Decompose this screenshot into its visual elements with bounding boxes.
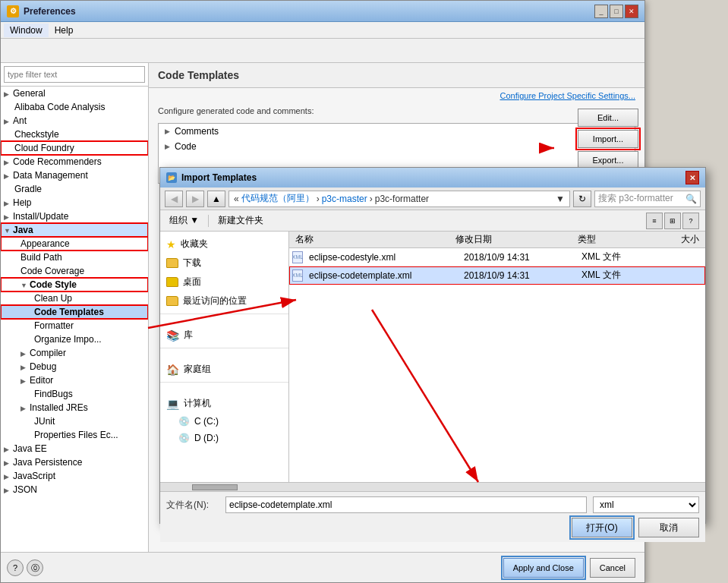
sidebar-desktop[interactable]: 桌面 xyxy=(160,273,288,292)
sidebar-item-help[interactable]: ▶Help xyxy=(1,196,148,210)
file-row-codestyle[interactable]: XML eclipse-codestyle.xml 2018/10/9 14:3… xyxy=(289,248,705,266)
sidebar-item-clean-up[interactable]: Clean Up xyxy=(1,292,148,305)
minimize-button[interactable]: _ xyxy=(594,5,608,18)
sidebar-item-json[interactable]: ▶JSON xyxy=(1,483,148,496)
horizontal-scrollbar[interactable] xyxy=(160,482,705,491)
dialog-title-bar: 📂 Import Templates ✕ xyxy=(160,168,705,188)
right-buttons: Edit... Import... Export... xyxy=(578,109,638,169)
help-icon-1[interactable]: ? xyxy=(7,559,24,576)
view-icon-2[interactable]: ⊞ xyxy=(664,213,681,229)
refresh-button[interactable]: ↻ xyxy=(573,191,591,207)
sidebar-item-code-style[interactable]: ▼Code Style xyxy=(1,278,148,292)
sidebar-computer[interactable]: 💻 计算机 xyxy=(160,394,288,413)
sidebar-item-java[interactable]: ▼Java xyxy=(1,223,148,237)
sidebar-item-properties[interactable]: Properties Files Ec... xyxy=(1,428,148,442)
arrow-icon: ▶ xyxy=(20,405,30,412)
help-view-btn[interactable]: ? xyxy=(682,213,699,229)
sidebar-recent[interactable]: 最近访问的位置 xyxy=(160,292,288,310)
separator xyxy=(208,215,209,227)
edit-button[interactable]: Edit... xyxy=(578,109,638,127)
view-icons: ≡ ⊞ ? xyxy=(646,213,699,229)
xml-file-icon: XML xyxy=(292,251,303,263)
folder-icon xyxy=(166,258,178,268)
view-icon-1[interactable]: ≡ xyxy=(646,213,663,229)
folder-icon xyxy=(166,296,178,306)
dialog-cancel-button[interactable]: 取消 xyxy=(638,518,699,537)
sidebar-drive-d[interactable]: 💿 D (D:) xyxy=(160,430,288,446)
sidebar-item-organize-imports[interactable]: Organize Impo... xyxy=(1,332,148,346)
help-icons: ? ⓪ xyxy=(7,559,43,576)
filter-input[interactable] xyxy=(4,66,145,83)
import-button[interactable]: Import... xyxy=(578,130,638,148)
up-button[interactable]: ▲ xyxy=(207,191,225,207)
sidebar-item-gradle[interactable]: Gradle xyxy=(1,182,148,196)
breadcrumb-sep1: › xyxy=(317,194,320,204)
sidebar-library[interactable]: 📚 库 xyxy=(160,326,288,345)
dialog-close-button[interactable]: ✕ xyxy=(685,171,699,184)
template-item-comments[interactable]: ▶ Comments xyxy=(159,124,635,139)
filter-box xyxy=(1,63,148,87)
sidebar-item-build-path[interactable]: Build Path xyxy=(1,251,148,264)
sidebar-item-editor[interactable]: ▶Editor xyxy=(1,373,148,387)
file-row-codetemplate[interactable]: XML eclipse-codetemplate.xml 2018/10/9 1… xyxy=(289,266,705,285)
breadcrumb-chevron: ▼ xyxy=(556,194,565,204)
sidebar-item-code-recommenders[interactable]: ▶Code Recommenders xyxy=(1,155,148,169)
arrow-icon: ▶ xyxy=(4,459,13,467)
sidebar-item-code-coverage[interactable]: Code Coverage xyxy=(1,264,148,278)
sidebar-item-debug[interactable]: ▶Debug xyxy=(1,360,148,373)
dialog-toolbar: 组织 ▼ 新建文件夹 ≡ ⊞ ? xyxy=(160,210,705,232)
sidebar-homegroup[interactable]: 🏠 家庭组 xyxy=(160,360,288,379)
sidebar-item-findbugs[interactable]: FindBugs xyxy=(1,387,148,401)
breadcrumb-text: « xyxy=(234,194,239,204)
sidebar-favorites[interactable]: ★ 收藏夹 xyxy=(160,235,288,254)
open-button[interactable]: 打开(O) xyxy=(572,518,632,537)
sidebar-item-checkstyle[interactable]: Checkstyle xyxy=(1,128,148,141)
xml-file-icon: XML xyxy=(292,269,303,282)
sidebar-item-alibaba[interactable]: Alibaba Code Analysis xyxy=(1,100,148,114)
sidebar-item-installed-jres[interactable]: ▶Installed JREs xyxy=(1,401,148,414)
help-icon-2[interactable]: ⓪ xyxy=(27,559,43,576)
sidebar-item-ant[interactable]: ▶Ant xyxy=(1,114,148,128)
sidebar-item-junit[interactable]: JUnit xyxy=(1,414,148,428)
cancel-button[interactable]: Cancel xyxy=(590,558,635,578)
col-header-name: 名称 xyxy=(292,233,452,246)
scroll-thumb[interactable] xyxy=(192,484,238,490)
breadcrumb: « 代码规范（阿里） › p3c-master › p3c-formatter … xyxy=(228,191,570,207)
sidebar-downloads[interactable]: 下载 xyxy=(160,254,288,273)
close-button[interactable]: ✕ xyxy=(625,5,638,18)
breadcrumb-p3c-formatter: p3c-formatter xyxy=(375,194,429,204)
apply-close-button[interactable]: Apply and Close xyxy=(503,558,584,578)
sidebar-item-java-ee[interactable]: ▶Java EE xyxy=(1,442,148,455)
arrow-icon: ▶ xyxy=(4,487,13,494)
template-item-code[interactable]: ▶ Code xyxy=(159,139,635,154)
folder-icon xyxy=(166,277,178,287)
arrow-icon: ▶ xyxy=(165,143,170,150)
new-folder-button[interactable]: 新建文件夹 xyxy=(215,213,266,228)
help-menu[interactable]: Help xyxy=(49,24,80,37)
file-date-codetemplate: 2018/10/9 14:31 xyxy=(461,270,578,281)
col-header-date: 修改日期 xyxy=(452,233,574,246)
dialog-file-list: 名称 修改日期 类型 大小 XML eclipse-codestyle.xml … xyxy=(289,232,705,482)
arrow-icon: ▶ xyxy=(4,213,13,221)
sidebar-item-code-templates[interactable]: Code Templates xyxy=(1,305,148,319)
filetype-select[interactable]: xml xyxy=(593,496,699,513)
sidebar-drive-c[interactable]: 💿 C (C:) xyxy=(160,413,288,430)
sidebar-item-install-update[interactable]: ▶Install/Update xyxy=(1,210,148,223)
maximize-button[interactable]: □ xyxy=(610,5,623,18)
sidebar-item-formatter[interactable]: Formatter xyxy=(1,319,148,332)
window-menu[interactable]: Window xyxy=(4,24,49,37)
sidebar-item-javascript[interactable]: ▶JavaScript xyxy=(1,469,148,483)
window-title: Preferences xyxy=(24,6,594,17)
filename-input[interactable] xyxy=(225,496,587,513)
sidebar-item-appearance[interactable]: Appearance xyxy=(1,237,148,251)
filename-row: 文件名(N): xml xyxy=(166,496,699,513)
sidebar-item-compiler[interactable]: ▶Compiler xyxy=(1,346,148,360)
sidebar-item-general[interactable]: ▶General xyxy=(1,87,148,100)
configure-project-link[interactable]: Configure Project Specific Settings... xyxy=(149,88,644,103)
sidebar-item-cloud-foundry[interactable]: Cloud Foundry xyxy=(1,141,148,155)
sidebar-item-java-persistence[interactable]: ▶Java Persistence xyxy=(1,455,148,469)
organize-button[interactable]: 组织 ▼ xyxy=(166,213,202,228)
forward-button[interactable]: ▶ xyxy=(186,191,204,207)
sidebar-item-data-management[interactable]: ▶Data Management xyxy=(1,169,148,182)
back-button[interactable]: ◀ xyxy=(165,191,183,207)
